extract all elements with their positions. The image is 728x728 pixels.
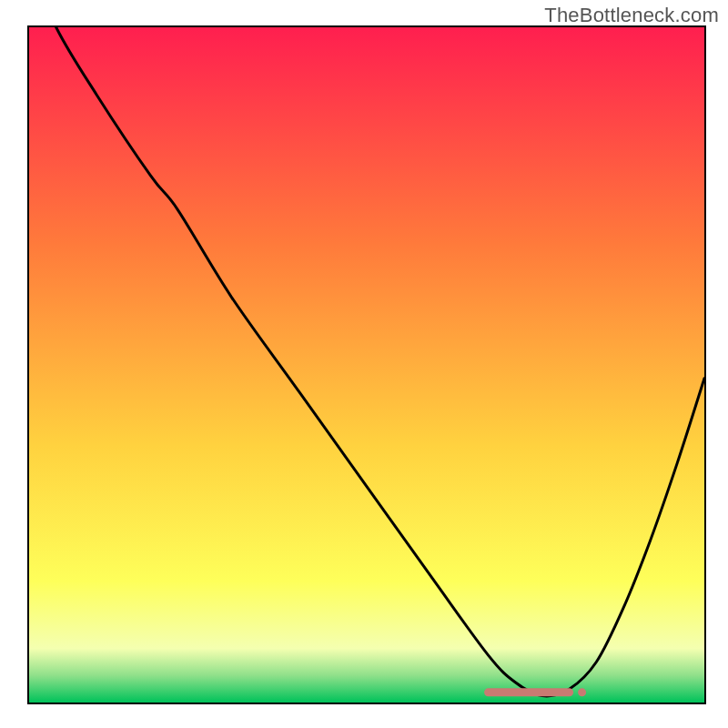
plot-area: [27, 25, 706, 704]
plot-svg: [29, 27, 704, 703]
watermark-label: TheBottleneck.com: [544, 4, 719, 27]
chart-container: TheBottleneck.com: [0, 0, 728, 728]
heatmap-background: [29, 27, 704, 703]
svg-point-1: [578, 688, 586, 696]
optimal-range-marker: [489, 688, 587, 696]
